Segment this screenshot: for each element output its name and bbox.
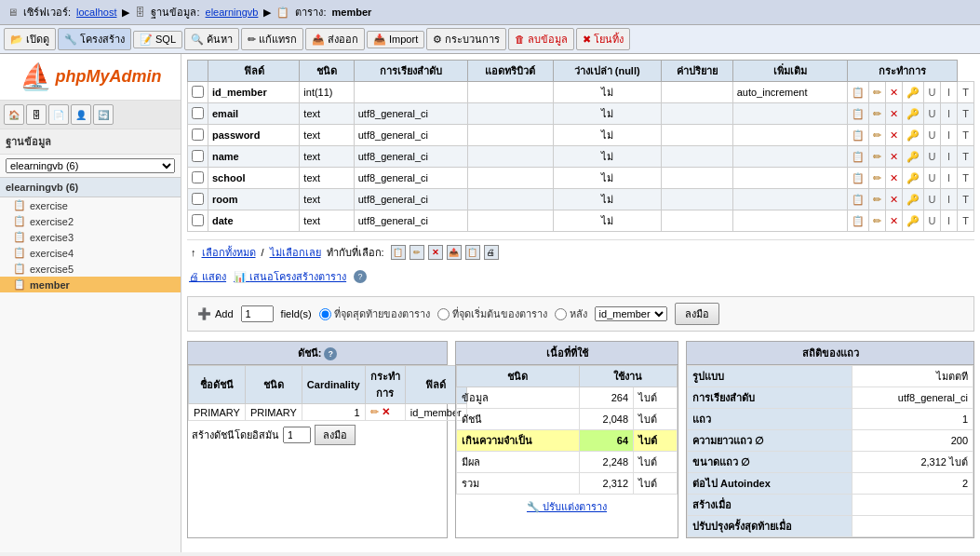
mini-delete-icon[interactable]: ✕ [428,245,443,260]
row-checkbox[interactable] [192,150,204,162]
server-link[interactable]: localhost [76,7,116,18]
add-field-submit[interactable]: ลงมือ [675,303,719,325]
after-field-select[interactable]: id_member [595,306,667,321]
move-icon[interactable]: T [958,210,974,232]
index-icon[interactable]: I [941,189,958,210]
index-icon[interactable]: I [941,103,958,125]
mini-print-icon[interactable]: 🖨 [484,245,499,260]
primary-icon[interactable]: 🔑 [903,125,924,146]
radio-after[interactable]: หลัง [555,305,587,322]
row-checkbox[interactable] [192,129,204,141]
user-icon-btn[interactable]: 👤 [71,104,91,125]
sidebar-item-member[interactable]: 📋member [0,277,181,292]
delete-icon[interactable]: ✕ [886,103,903,125]
sidebar-item-exercise2[interactable]: 📋exercise2 [0,213,181,229]
key-delete-icon[interactable]: ✕ [382,406,390,417]
primary-icon[interactable]: 🔑 [903,82,924,103]
row-checkbox[interactable] [192,86,204,98]
edit-icon[interactable]: ✏ [869,103,886,125]
edit-icon[interactable]: ✏ [869,146,886,168]
select-all-link[interactable]: เลือกทั้งหมด [202,244,256,261]
print-view-link[interactable]: 🖨 แสดง [189,268,226,285]
sql-btn[interactable]: 📝 SQL [133,31,182,48]
primary-icon[interactable]: 🔑 [903,168,924,189]
refresh-icon-btn[interactable]: 🔄 [93,104,114,125]
index-icon[interactable]: I [941,210,958,232]
delete-icon[interactable]: ✕ [886,125,903,146]
key-edit-icon[interactable]: ✏ [370,406,379,417]
mini-edit-icon[interactable]: ✏ [409,245,424,260]
unique-icon[interactable]: U [924,103,941,125]
db-icon-btn[interactable]: 🗄 [26,104,47,125]
move-icon[interactable]: T [958,146,974,168]
home-icon-btn[interactable]: 🏠 [4,104,24,125]
unique-icon[interactable]: U [924,168,941,189]
import-btn[interactable]: 📥 Import [367,31,424,48]
delete-icon[interactable]: ✕ [886,210,903,232]
optimize-link[interactable]: 🔧 ปรับแต่งตาราง [527,501,607,512]
unique-icon[interactable]: U [924,125,941,146]
index-icon[interactable]: I [941,146,958,168]
deselect-link[interactable]: ไม่เลือกเลย [270,244,321,261]
browse-icon[interactable]: 📋 [848,125,869,146]
radio-start[interactable]: ที่จุดเริ่มต้นของตาราง [437,305,547,322]
mini-copy-icon[interactable]: 📋 [465,245,480,260]
unique-icon[interactable]: U [924,189,941,210]
browse-icon[interactable]: 📋 [848,103,869,125]
move-icon[interactable]: T [958,125,974,146]
move-icon[interactable]: T [958,82,974,103]
create-index-count[interactable] [283,427,311,443]
primary-icon[interactable]: 🔑 [903,210,924,232]
primary-icon[interactable]: 🔑 [903,103,924,125]
browse-btn[interactable]: 📂 เปิดดู [4,28,56,50]
row-checkbox[interactable] [192,171,204,183]
structure-btn[interactable]: 🔧 โครงสร้าง [58,28,131,50]
insert-btn[interactable]: ✏ แก้แทรก [241,28,303,50]
browse-icon[interactable]: 📋 [848,146,869,168]
unique-icon[interactable]: U [924,146,941,168]
delete-icon[interactable]: ✕ [886,189,903,210]
propose-structure-link[interactable]: 📊 เสนอโครงสร้างตาราง [234,268,346,285]
propose-help-icon[interactable]: ? [354,270,367,283]
browse-icon[interactable]: 📋 [848,168,869,189]
sql-icon-btn[interactable]: 📄 [48,104,69,125]
edit-icon[interactable]: ✏ [869,189,886,210]
search-btn[interactable]: 🔍 ค้นหา [184,28,239,50]
sidebar-item-exercise[interactable]: 📋exercise [0,197,181,213]
primary-icon[interactable]: 🔑 [903,146,924,168]
add-field-count[interactable] [241,305,274,322]
sidebar-item-exercise3[interactable]: 📋exercise3 [0,229,181,245]
edit-icon[interactable]: ✏ [869,125,886,146]
edit-icon[interactable]: ✏ [869,168,886,189]
db-select[interactable]: elearningvb (6) [6,158,175,173]
index-icon[interactable]: I [941,82,958,103]
operations-btn[interactable]: ⚙ กระบวนการ [426,28,506,50]
mini-browse-icon[interactable]: 📋 [391,245,406,260]
delete-table-btn[interactable]: ✖ โยนทิ้ง [576,28,630,50]
row-checkbox[interactable] [192,193,204,205]
sidebar-item-exercise5[interactable]: 📋exercise5 [0,261,181,277]
key-help-icon[interactable]: ? [324,347,337,360]
row-checkbox[interactable] [192,214,204,226]
delete-data-btn[interactable]: 🗑 ลบข้อมูล [508,28,574,50]
primary-icon[interactable]: 🔑 [903,189,924,210]
delete-icon[interactable]: ✕ [886,168,903,189]
browse-icon[interactable]: 📋 [848,210,869,232]
sidebar-item-exercise4[interactable]: 📋exercise4 [0,245,181,261]
move-icon[interactable]: T [958,103,974,125]
export-btn[interactable]: 📤 ส่งออก [305,28,365,50]
index-icon[interactable]: I [941,125,958,146]
unique-icon[interactable]: U [924,210,941,232]
delete-icon[interactable]: ✕ [886,146,903,168]
delete-icon[interactable]: ✕ [886,82,903,103]
radio-end[interactable]: ที่จุดสุดท้ายของตาราง [319,305,430,322]
move-icon[interactable]: T [958,189,974,210]
edit-icon[interactable]: ✏ [869,82,886,103]
index-icon[interactable]: I [941,168,958,189]
unique-icon[interactable]: U [924,82,941,103]
db-header[interactable]: elearningvb (6) [0,177,181,197]
row-checkbox[interactable] [192,107,204,119]
db-link[interactable]: elearningvb [206,7,259,18]
create-index-btn[interactable]: ลงมือ [315,425,356,445]
mini-export-icon[interactable]: 📤 [447,245,462,260]
